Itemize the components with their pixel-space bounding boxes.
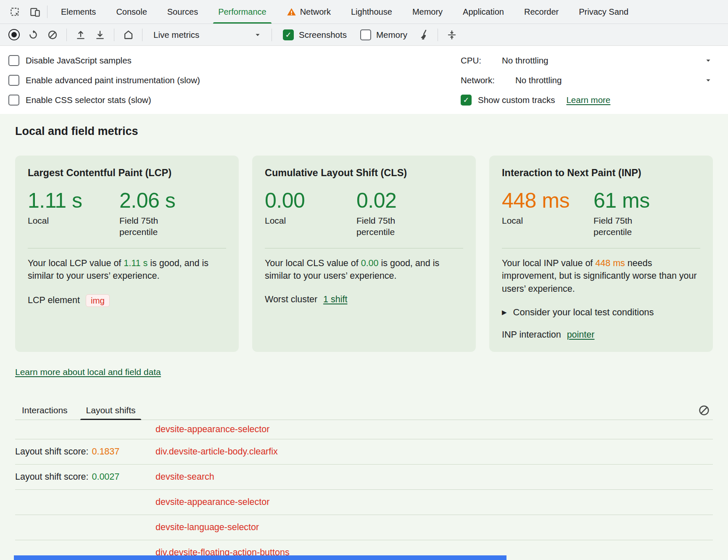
memory-checkbox[interactable]: Memory: [354, 29, 413, 40]
worst-cluster-link[interactable]: 1 shift: [323, 294, 347, 305]
lcp-card-title: Largest Contentful Paint (LCP): [28, 167, 226, 179]
score-value: 0.1837: [92, 446, 119, 457]
cls-field-value: 0.02: [356, 189, 424, 212]
settings-right-column: CPU: No throttling Network: No throttlin…: [461, 50, 713, 110]
metric-cards: Largest Contentful Paint (LCP) 1.11 s Lo…: [15, 156, 713, 352]
divider: [502, 248, 700, 248]
divider: [28, 248, 226, 248]
tab-sources[interactable]: Sources: [157, 0, 208, 24]
divider: [114, 29, 114, 41]
warning-icon: [287, 7, 296, 17]
lcp-element-row: LCP element img: [28, 294, 226, 307]
local-field-learn-more-link[interactable]: Learn more about local and field data: [15, 367, 161, 377]
custom-tracks-checkbox[interactable]: [461, 95, 472, 106]
tabbar-tools: [6, 0, 44, 24]
chevron-down-icon: [253, 30, 262, 40]
custom-tracks-learn-more-link[interactable]: Learn more: [566, 95, 610, 105]
lcp-description: Your local LCP value of 1.11 s is good, …: [28, 257, 226, 283]
css-selector-stats-checkbox[interactable]: Enable CSS selector stats (slow): [8, 90, 200, 110]
checkbox-unchecked-icon: [360, 29, 371, 40]
node-link[interactable]: div.devsite-article-body.clearfix: [156, 446, 278, 457]
screenshots-checkbox[interactable]: Screenshots: [277, 29, 353, 40]
tab-memory[interactable]: Memory: [402, 0, 453, 24]
tab-label: Sources: [167, 7, 198, 17]
node-link[interactable]: devsite-appearance-selector: [156, 497, 269, 507]
screenshots-label: Screenshots: [299, 30, 347, 40]
lcp-values: 1.11 s Local 2.06 s Field 75th percentil…: [28, 189, 226, 238]
tab-interactions[interactable]: Interactions: [15, 401, 74, 420]
tab-lighthouse[interactable]: Lighthouse: [341, 0, 402, 24]
device-toolbar-icon[interactable]: [26, 3, 44, 20]
collect-garbage-icon[interactable]: [415, 26, 433, 43]
tab-recorder[interactable]: Recorder: [514, 0, 569, 24]
score-value: 0.0027: [92, 472, 119, 482]
tab-label: Console: [116, 7, 147, 17]
custom-tracks-label: Show custom tracks: [478, 95, 555, 105]
inspect-element-icon[interactable]: [6, 3, 24, 20]
clear-log-icon[interactable]: [695, 402, 713, 419]
home-icon[interactable]: [119, 26, 137, 43]
tab-layout-shifts[interactable]: Layout shifts: [79, 401, 142, 420]
network-label: Network:: [461, 75, 495, 85]
divider: [142, 29, 142, 41]
inp-interaction-row: INP interaction pointer: [502, 330, 700, 340]
inp-local-value: 448 ms: [502, 189, 593, 212]
divider: [66, 29, 67, 41]
inp-card-title: Interaction to Next Paint (INP): [502, 167, 700, 179]
node-link[interactable]: devsite-appearance-selector: [156, 424, 269, 435]
tab-elements[interactable]: Elements: [51, 0, 106, 24]
network-throttling-select[interactable]: Network: No throttling: [461, 70, 713, 90]
desc-text: Your local LCP value of: [28, 258, 124, 268]
metric-card-lcp: Largest Contentful Paint (LCP) 1.11 s Lo…: [15, 156, 239, 352]
tab-privacy-sandbox[interactable]: Privacy Sand: [569, 0, 638, 24]
tab-performance[interactable]: Performance: [208, 0, 277, 24]
performance-settings: Disable JavaScript samples Enable advanc…: [0, 46, 728, 114]
inp-interaction-link[interactable]: pointer: [567, 330, 595, 340]
live-metrics-view: Local and field metrics Largest Contentf…: [0, 114, 728, 560]
tab-application[interactable]: Application: [453, 0, 514, 24]
node-link[interactable]: devsite-search: [156, 472, 214, 482]
live-metrics-dropdown[interactable]: Live metrics: [148, 27, 266, 43]
advanced-paint-checkbox[interactable]: Enable advanced paint instrumentation (s…: [8, 70, 200, 90]
lcp-element-label: LCP element: [28, 295, 80, 306]
network-value: No throttling: [515, 75, 562, 85]
disable-js-samples-checkbox[interactable]: Disable JavaScript samples: [8, 50, 200, 70]
cls-local-value: 0.00: [265, 189, 356, 212]
layout-shift-row: Layout shift score: 0.0027 devsite-searc…: [15, 465, 713, 490]
layout-shift-row: devsite-appearance-selector: [15, 420, 713, 439]
record-button[interactable]: [5, 26, 23, 43]
reload-and-record-button[interactable]: [24, 26, 42, 43]
tab-console[interactable]: Console: [106, 0, 157, 24]
collapse-panel-icon[interactable]: [443, 26, 461, 43]
field-label: Field 75th percentile: [593, 215, 661, 238]
cpu-throttling-select[interactable]: CPU: No throttling: [461, 50, 713, 70]
inp-values: 448 ms Local 61 ms Field 75th percentile: [502, 189, 700, 238]
node-link[interactable]: devsite-language-selector: [156, 522, 259, 533]
local-test-conditions-disclosure[interactable]: ▶ Consider your local test conditions: [502, 307, 700, 318]
record-icon: [8, 29, 20, 40]
desc-text: Your local INP value of: [502, 258, 595, 268]
upload-profile-icon[interactable]: [72, 26, 90, 43]
tab-label: Performance: [218, 7, 266, 17]
tab-label: Recorder: [524, 7, 559, 17]
tab-label: Elements: [61, 7, 96, 17]
checkbox-unchecked-icon: [8, 75, 19, 86]
checkbox-unchecked-icon: [8, 95, 19, 106]
horizontal-scrollbar[interactable]: [14, 555, 506, 560]
lcp-element-node-link[interactable]: img: [86, 294, 110, 307]
cpu-value: No throttling: [502, 55, 549, 66]
metric-card-cls: Cumulative Layout Shift (CLS) 0.00 Local…: [252, 156, 476, 352]
tab-label: Memory: [412, 7, 443, 17]
tab-network[interactable]: Network: [277, 0, 341, 24]
divider: [272, 29, 272, 41]
divider: [265, 248, 463, 248]
tab-label: Network: [300, 7, 331, 17]
chevron-down-icon: [704, 76, 713, 85]
field-label: Field 75th percentile: [119, 215, 187, 238]
memory-label: Memory: [376, 30, 407, 40]
checkbox-unchecked-icon: [8, 55, 19, 66]
disclosure-triangle-icon: ▶: [502, 309, 507, 316]
layout-shift-row: Layout shift score: 0.1837 div.devsite-a…: [15, 439, 713, 465]
download-profile-icon[interactable]: [91, 26, 109, 43]
clear-button[interactable]: [44, 26, 61, 43]
